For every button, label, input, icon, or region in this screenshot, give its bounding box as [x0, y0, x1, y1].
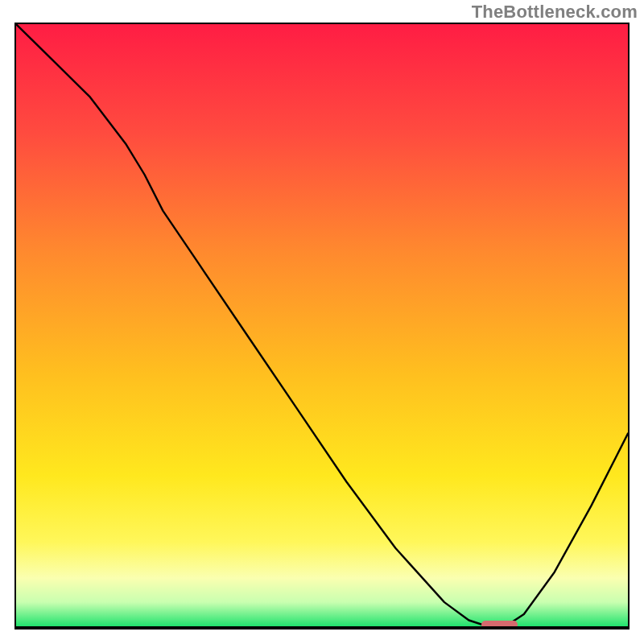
plot-area [14, 23, 630, 630]
bottleneck-curve [16, 24, 628, 626]
chart-container: TheBottleneck.com [0, 0, 644, 644]
watermark-text: TheBottleneck.com [472, 2, 638, 23]
optimum-marker [481, 621, 518, 629]
